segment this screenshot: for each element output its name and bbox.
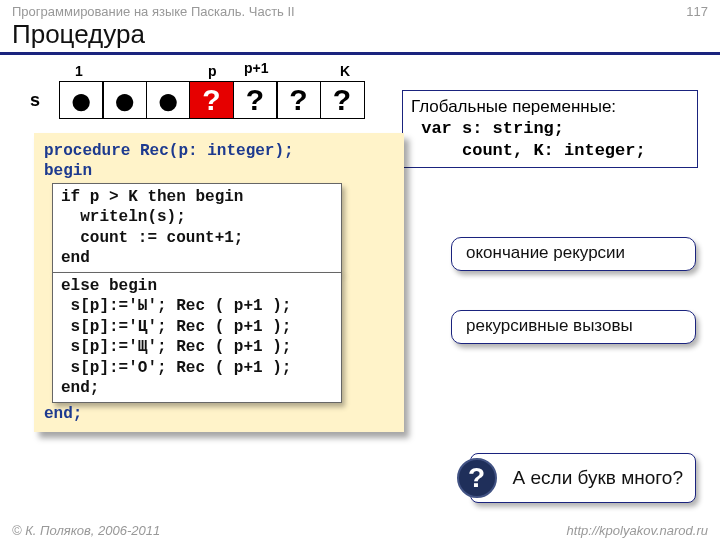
- array-cell: ●: [59, 81, 104, 119]
- slide-title: Процедура: [0, 19, 720, 55]
- array-cell: ?: [320, 81, 365, 119]
- footer-url: http://kpolyakov.narod.ru: [567, 523, 708, 538]
- code-line: begin: [44, 161, 394, 181]
- question-icon: ?: [457, 458, 497, 498]
- code-box-terminate: if p > K then begin writeln(s); count :=…: [52, 183, 342, 273]
- code-block: procedure Rec(p: integer); begin if p > …: [34, 133, 404, 432]
- array-cell: ●: [146, 81, 191, 119]
- array-cell: ?: [233, 81, 278, 119]
- callout-termination: окончание рекурсии: [451, 237, 696, 271]
- code-box-recurse: else begin s[p]:='Ы'; Rec ( p+1 ); s[p]:…: [52, 272, 342, 403]
- question-text: А если букв много?: [513, 467, 683, 489]
- array-cell-current: ?: [189, 81, 234, 119]
- code-line: procedure Rec(p: integer);: [44, 141, 394, 161]
- array-cell: ?: [276, 81, 321, 119]
- page-number: 117: [686, 4, 708, 19]
- footer-copyright: © К. Поляков, 2006-2011: [12, 523, 160, 538]
- question-callout: ? А если букв много?: [470, 453, 696, 503]
- globals-line: count, K: integer;: [411, 140, 689, 162]
- array-label: s: [30, 90, 48, 111]
- globals-title: Глобальные переменные:: [411, 96, 689, 118]
- globals-box: Глобальные переменные: var s: string; co…: [402, 90, 698, 168]
- globals-line: var s: string;: [411, 118, 689, 140]
- course-title: Программирование на языке Паскаль. Часть…: [12, 4, 295, 19]
- array-cell: ●: [102, 81, 147, 119]
- code-line: end;: [44, 404, 394, 424]
- callout-recursion: рекурсивные вызовы: [451, 310, 696, 344]
